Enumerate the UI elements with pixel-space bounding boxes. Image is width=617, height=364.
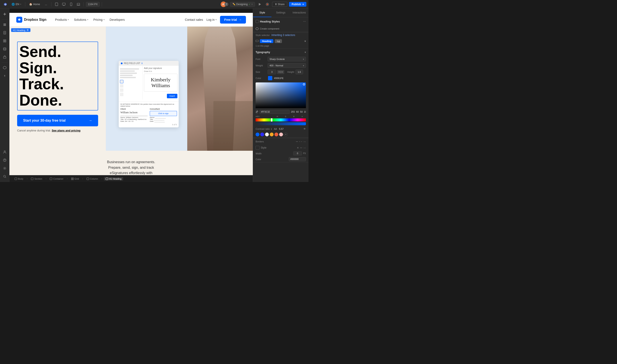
font-selector[interactable]: Sharp Grotesk [268, 57, 306, 62]
account-button[interactable] [1, 148, 9, 156]
create-component-button[interactable]: Create component [253, 26, 308, 32]
record-button[interactable] [264, 1, 270, 7]
pages-button[interactable] [1, 29, 9, 37]
tab-settings[interactable]: Settings [271, 9, 290, 17]
hex-input[interactable]: #FF3C32 [259, 110, 290, 114]
color-swatch[interactable] [268, 76, 272, 80]
doc-click-to-sign[interactable]: Click to sign [150, 111, 177, 116]
svg-rect-40 [31, 178, 33, 180]
color-gradient[interactable] [255, 82, 306, 108]
swatch-blue[interactable] [255, 132, 259, 136]
preview-button[interactable] [257, 1, 263, 7]
breadcrumb-container[interactable]: Container [48, 177, 65, 181]
heading-styles-checkbox[interactable] [255, 20, 259, 23]
doc-tool-3 [120, 89, 123, 92]
components-button[interactable] [1, 64, 9, 72]
add-element-button[interactable] [1, 10, 9, 18]
doc-insert-button[interactable]: Insert [167, 94, 177, 98]
laptop-breakpoint-button[interactable] [75, 1, 81, 7]
search-button[interactable] [1, 173, 9, 180]
hue-thumb[interactable] [271, 118, 272, 122]
solutions-chevron-icon: ▾ [87, 18, 88, 21]
hue-bar[interactable] [255, 118, 306, 121]
doc-consultant-name-label: Name: ___________ [150, 117, 177, 118]
svg-rect-24 [5, 39, 6, 41]
swatch-cream[interactable] [265, 132, 269, 136]
add-swatch-button[interactable]: + [284, 132, 288, 136]
login-chevron-icon: ▾ [215, 18, 217, 21]
navigator-button[interactable] [1, 21, 9, 28]
alpha-bar[interactable] [255, 122, 306, 125]
interactions-button[interactable] [1, 72, 9, 80]
tab-style[interactable]: Style [253, 9, 271, 17]
rgba-labels-row: HEX H S B A [255, 116, 306, 118]
lg-tag[interactable]: Lg [275, 39, 282, 43]
inheriting-link[interactable]: Inheriting 3 selectors [271, 34, 295, 37]
height-input[interactable]: 1.6 [295, 70, 303, 74]
weight-selector[interactable]: 400 - Normal [268, 63, 306, 68]
border-style-label: Style [261, 146, 267, 149]
cms-button[interactable] [1, 45, 9, 53]
lang-selector[interactable]: 🌐 EN [10, 2, 23, 6]
heading-styles-more[interactable]: ··· [303, 19, 306, 23]
svg-marker-48 [256, 27, 258, 30]
swatch-orange[interactable] [274, 132, 278, 136]
color-picker-handle[interactable] [303, 83, 305, 85]
section-icon [31, 178, 33, 180]
swatch-yellow[interactable] [270, 132, 274, 136]
svg-line-50 [257, 112, 257, 112]
nav-solutions[interactable]: Solutions ▾ [74, 18, 88, 21]
swatch-pink[interactable] [279, 132, 283, 136]
mobile-breakpoint-button[interactable] [68, 1, 74, 7]
publish-button[interactable]: Publish ▾ [289, 2, 306, 7]
breadcrumb-grid[interactable]: Grid [69, 177, 81, 181]
hero-cta-button[interactable]: Start your 30-day free trial → [17, 115, 98, 126]
border-color-input[interactable]: #000000 [289, 157, 306, 161]
nav-developers[interactable]: Developers [110, 18, 125, 21]
breadcrumb-body[interactable]: Body [13, 177, 25, 181]
tablet-breakpoint-button[interactable] [54, 1, 60, 7]
avatar-count: 2 [225, 2, 228, 6]
desktop-breakpoint-button[interactable] [61, 1, 67, 7]
mode-selector[interactable]: ✏️ Designing ✓ [230, 2, 255, 7]
doc-sig-title: Add your signature [144, 67, 177, 69]
nav-free-trial-button[interactable]: Free trial → [220, 16, 246, 24]
hero-heading[interactable]: Send. Sign. Track. Done. [17, 41, 98, 110]
breadcrumb-column[interactable]: Column [85, 177, 100, 181]
nav-contact-sales[interactable]: Contact sales [185, 18, 203, 21]
help-button[interactable] [1, 156, 9, 164]
settings-button[interactable] [1, 164, 9, 172]
breadcrumb-sep-5: › [102, 178, 102, 180]
ecommerce-button[interactable] [1, 53, 9, 61]
swatch-blue2[interactable] [260, 132, 264, 136]
size-input[interactable]: 3 [268, 70, 276, 74]
more-button[interactable]: ... [43, 1, 49, 7]
eyedropper-button[interactable] [255, 109, 258, 114]
canvas-area[interactable]: Dropbox Sign Products ▾ Solutions ▾ Pric… [9, 9, 253, 182]
border-color-label: Color [255, 158, 261, 161]
a-value: 100 [304, 110, 306, 113]
h-label: H [274, 116, 281, 117]
see-plans-link[interactable]: See plans and pricing [52, 129, 80, 132]
nav-products[interactable]: Products ▾ [55, 18, 69, 21]
heading-tag[interactable]: Heading [260, 39, 273, 43]
breadcrumb-h1-heading[interactable]: H1 Heading [104, 177, 123, 181]
nav-login[interactable]: Log in ▾ [206, 18, 217, 21]
selector-dropdown-icon[interactable]: ▾ [304, 39, 306, 43]
border-width-input[interactable]: 0 [293, 151, 302, 156]
border-dash-btn[interactable]: - - [299, 140, 302, 143]
nav-pricing[interactable]: Pricing ▾ [94, 18, 105, 21]
component-icon [3, 66, 6, 69]
border-selector-box[interactable] [255, 146, 259, 150]
borders-section: Borders ─ - - ··· Style × ─ ··· Width [253, 138, 308, 162]
breadcrumb-section[interactable]: Section [29, 177, 44, 181]
height-label: Height [287, 71, 294, 73]
grid-icon [3, 39, 6, 43]
home-button[interactable]: 🏠 Home [27, 2, 42, 6]
share-button[interactable]: ⬆ Share [272, 2, 287, 7]
tab-interactions[interactable]: Interactions [290, 9, 308, 17]
assets-button[interactable] [1, 37, 9, 45]
border-style-btn[interactable]: ─ [296, 140, 298, 143]
border-dotted-btn[interactable]: ··· [303, 140, 306, 143]
typography-header[interactable]: Typography [253, 49, 308, 56]
